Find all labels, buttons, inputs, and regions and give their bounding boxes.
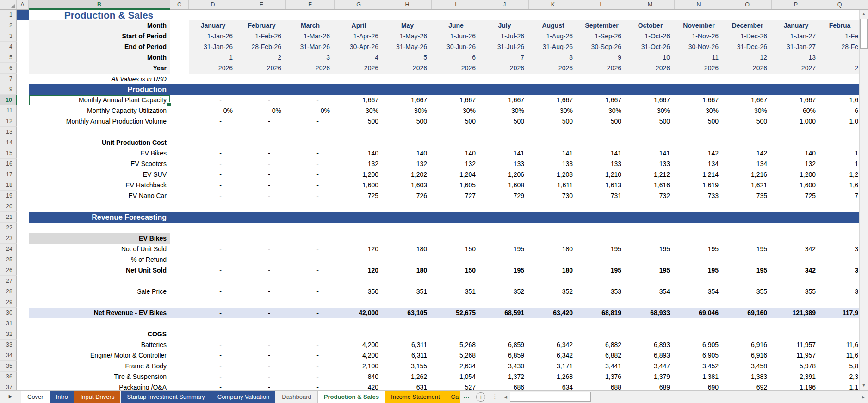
cell[interactable]: 500	[626, 116, 675, 127]
row-header-29[interactable]: 29	[0, 297, 17, 308]
cell[interactable]: 731	[577, 191, 626, 201]
cell[interactable]: 352	[480, 286, 529, 297]
cell[interactable]: 1,376	[577, 372, 626, 382]
cell[interactable]: 69,160	[723, 308, 772, 318]
cell[interactable]: 30%	[432, 105, 480, 116]
new-sheet-button[interactable]: +	[476, 392, 485, 402]
cell[interactable]: 42,000	[335, 308, 383, 318]
row-header-30[interactable]: 30	[0, 308, 17, 318]
cell[interactable]: 6,311	[383, 350, 432, 361]
cell[interactable]: 634	[529, 382, 577, 390]
cell[interactable]: 1,379	[626, 372, 675, 382]
cell[interactable]: 10	[626, 52, 675, 63]
cell[interactable]: -	[237, 254, 286, 265]
cell[interactable]: 730	[529, 191, 577, 201]
cell[interactable]: 1,608	[480, 180, 529, 191]
cell[interactable]: -	[383, 254, 432, 265]
cell[interactable]: 1,196	[772, 382, 820, 390]
cell[interactable]: -	[237, 372, 286, 382]
cell[interactable]: -	[286, 116, 335, 127]
cell[interactable]: 3	[820, 244, 859, 254]
cell[interactable]: 195	[626, 244, 675, 254]
cell[interactable]: 52,675	[432, 308, 480, 318]
cell[interactable]: 692	[723, 382, 772, 390]
row-header-21[interactable]: 21	[0, 212, 17, 223]
cell[interactable]: 31-Jan-27	[772, 42, 820, 52]
cell[interactable]: 351	[383, 286, 432, 297]
cell[interactable]: 353	[577, 286, 626, 297]
cell[interactable]: 2,100	[335, 361, 383, 372]
cell[interactable]: 140	[432, 148, 480, 159]
sheet-tab-dashboard[interactable]: Dashboard	[276, 391, 318, 403]
cell[interactable]: -	[286, 382, 335, 390]
cell[interactable]: -	[286, 95, 335, 105]
row-header-10[interactable]: 10	[0, 95, 17, 105]
cell[interactable]: 195	[577, 265, 626, 276]
sheet-tab-ca[interactable]: Ca	[446, 391, 460, 403]
column-header-I[interactable]: I	[432, 0, 480, 9]
row-label[interactable]: EV Hatchback	[29, 180, 170, 191]
cell[interactable]: 6,342	[529, 350, 577, 361]
cell[interactable]: 30%	[335, 105, 383, 116]
cell[interactable]: -	[189, 148, 237, 159]
cell[interactable]: 1,621	[723, 180, 772, 191]
fill-handle[interactable]	[167, 102, 171, 106]
cell[interactable]: 1,372	[480, 372, 529, 382]
row-header-25[interactable]: 25	[0, 254, 17, 265]
cell[interactable]: 3,155	[383, 361, 432, 372]
cell[interactable]: -	[237, 340, 286, 350]
cell[interactable]: 2026	[723, 63, 772, 74]
cell[interactable]: -	[286, 265, 335, 276]
cell[interactable]: 142	[723, 148, 772, 159]
cell[interactable]: 195	[723, 244, 772, 254]
cell[interactable]: -	[286, 148, 335, 159]
cell[interactable]: 1,600	[772, 180, 820, 191]
row-header-32[interactable]: 32	[0, 329, 17, 340]
scroll-up-button[interactable]: ▲	[860, 10, 868, 19]
cell[interactable]: 351	[432, 286, 480, 297]
cell[interactable]: 4,200	[335, 350, 383, 361]
cell[interactable]: -	[237, 350, 286, 361]
row-label[interactable]: EV Nano Car	[29, 191, 170, 201]
cell[interactable]: 1,204	[432, 169, 480, 180]
cell[interactable]: 350	[335, 286, 383, 297]
cell[interactable]: 11	[675, 52, 723, 63]
sheet-tab-intro[interactable]: Intro	[50, 391, 74, 403]
cell[interactable]: 3,458	[723, 361, 772, 372]
cell[interactable]: 5,268	[432, 340, 480, 350]
cell[interactable]: 725	[772, 191, 820, 201]
cell[interactable]: -	[237, 95, 286, 105]
vertical-scrollbar[interactable]: ▲▼	[859, 10, 868, 390]
cell[interactable]: -	[286, 191, 335, 201]
cell[interactable]: 6	[432, 52, 480, 63]
cell[interactable]: 1-May-26	[383, 31, 432, 42]
cell[interactable]: 1,667	[577, 95, 626, 105]
cell[interactable]: 1,667	[335, 95, 383, 105]
row-label[interactable]: EV Bikes	[29, 148, 170, 159]
column-header-M[interactable]: M	[626, 0, 675, 9]
cell[interactable]: 725	[335, 191, 383, 201]
cell[interactable]: 11,957	[772, 340, 820, 350]
cell[interactable]: 6,311	[383, 340, 432, 350]
cell[interactable]: -	[189, 95, 237, 105]
cell[interactable]: 195	[480, 265, 529, 276]
cell[interactable]: 1,054	[432, 372, 480, 382]
cell[interactable]: 4,200	[335, 340, 383, 350]
cell[interactable]: 30%	[529, 105, 577, 116]
cell[interactable]: -	[237, 286, 286, 297]
cell[interactable]: 31-Mar-26	[286, 42, 335, 52]
cell[interactable]: 31-Oct-26	[626, 42, 675, 52]
cell[interactable]: 63,105	[383, 308, 432, 318]
cell[interactable]: 31-Aug-26	[529, 42, 577, 52]
cell[interactable]: 140	[772, 148, 820, 159]
cell[interactable]: 1-Mar-26	[286, 31, 335, 42]
cell[interactable]: 2026	[675, 63, 723, 74]
column-header-E[interactable]: E	[237, 0, 286, 9]
vertical-scroll-thumb[interactable]	[860, 19, 868, 49]
cell[interactable]: 1	[820, 159, 859, 169]
cell[interactable]: 117,9	[820, 308, 859, 318]
cell[interactable]: 3	[286, 52, 335, 63]
row-label[interactable]: Monthly Capacity Utilization	[29, 105, 170, 116]
cell[interactable]: 2027	[772, 63, 820, 74]
cell[interactable]: 195	[577, 244, 626, 254]
